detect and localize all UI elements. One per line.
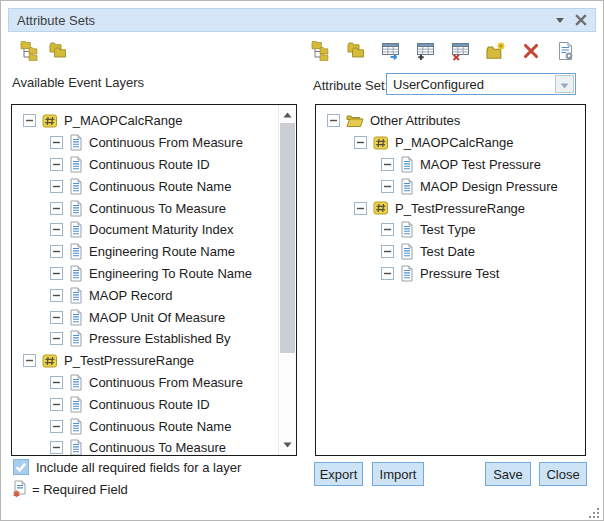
expander-minus-icon[interactable] <box>23 354 36 367</box>
tree-row[interactable]: P_TestPressureRange <box>316 197 585 219</box>
table-export-icon[interactable] <box>381 41 401 61</box>
right-toolbar <box>311 41 576 61</box>
field-icon <box>69 396 83 413</box>
expand-all-icon[interactable] <box>311 41 331 61</box>
expand-all-icon[interactable] <box>20 41 40 61</box>
expander-minus-icon[interactable] <box>50 158 63 171</box>
expander-minus-icon[interactable] <box>50 420 63 433</box>
field-icon <box>69 374 83 391</box>
field-icon <box>69 330 83 347</box>
tree-row[interactable]: Continuous Route ID <box>12 154 296 176</box>
tree-node-label: Continuous Route Name <box>89 179 231 194</box>
collapse-all-icon[interactable] <box>48 41 68 61</box>
expander-minus-icon[interactable] <box>50 223 63 236</box>
tree-row[interactable]: MAOP Unit Of Measure <box>12 306 296 328</box>
checkbox-label: Include all required fields for a layer <box>36 460 241 475</box>
event-layer-icon <box>42 113 58 129</box>
expander-minus-icon[interactable] <box>50 267 63 280</box>
tree-row[interactable]: Document Maturity Index <box>12 219 296 241</box>
tree-node-label: Test Type <box>420 222 475 237</box>
tree-row[interactable]: Pressure Test <box>316 263 585 285</box>
tree-row[interactable]: Test Date <box>316 241 585 263</box>
table-add-icon[interactable] <box>416 41 436 61</box>
expander-minus-icon[interactable] <box>50 398 63 411</box>
attribute-sets-dialog: Attribute Sets Available Event Layers At… <box>0 0 604 521</box>
tree-row[interactable]: P_MAOPCalcRange <box>12 110 296 132</box>
tree-node-label: P_TestPressureRange <box>64 353 194 368</box>
expander-minus-icon[interactable] <box>381 223 394 236</box>
expander-minus-icon[interactable] <box>50 311 63 324</box>
save-button[interactable]: Save <box>485 462 531 486</box>
collapse-all-icon[interactable] <box>346 41 366 61</box>
expander-minus-icon[interactable] <box>381 180 394 193</box>
chevron-down-icon <box>560 75 569 93</box>
close-button[interactable]: Close <box>539 462 587 486</box>
tree-row[interactable]: Continuous From Measure <box>12 132 296 154</box>
expander-minus-icon[interactable] <box>381 267 394 280</box>
attribute-set-dropdown[interactable]: UserConfigured <box>386 73 576 95</box>
tree-row[interactable]: Engineering To Route Name <box>12 263 296 285</box>
expander-minus-icon[interactable] <box>50 245 63 258</box>
table-remove-icon[interactable] <box>451 41 471 61</box>
scroll-up-icon[interactable] <box>279 107 296 123</box>
resize-grip[interactable] <box>588 505 600 517</box>
scrollbar-thumb[interactable] <box>280 123 295 353</box>
attribute-set-tree-panel: Other AttributesP_MAOPCalcRangeMAOP Test… <box>315 104 586 456</box>
tree-row[interactable]: MAOP Record <box>12 284 296 306</box>
tree-node-label: Other Attributes <box>370 113 460 128</box>
event-layer-icon <box>373 135 389 151</box>
tree-row[interactable]: Other Attributes <box>316 110 585 132</box>
tree-row[interactable]: Continuous Route Name <box>12 415 296 437</box>
new-attribute-set-icon[interactable] <box>486 41 506 61</box>
expander-minus-icon[interactable] <box>23 114 36 127</box>
tree-row[interactable]: Engineering Route Name <box>12 241 296 263</box>
expander-minus-icon[interactable] <box>50 289 63 302</box>
dropdown-button[interactable] <box>555 75 574 93</box>
required-field-icon <box>12 480 27 498</box>
tree-row[interactable]: Continuous To Measure <box>12 197 296 219</box>
tree-node-label: Continuous Route ID <box>89 157 210 172</box>
field-icon <box>69 418 83 435</box>
expander-minus-icon[interactable] <box>354 202 367 215</box>
tree-row[interactable]: MAOP Test Pressure <box>316 154 585 176</box>
titlebar[interactable]: Attribute Sets <box>8 8 596 32</box>
tree-node-label: P_MAOPCalcRange <box>64 113 183 128</box>
tree-node-label: Continuous Route ID <box>89 397 210 412</box>
tree-row[interactable]: Continuous Route ID <box>12 393 296 415</box>
expander-minus-icon[interactable] <box>50 441 63 454</box>
export-button[interactable]: Export <box>314 462 363 486</box>
tree-row[interactable]: Continuous From Measure <box>12 372 296 394</box>
field-icon <box>69 309 83 326</box>
delete-icon[interactable] <box>521 41 541 61</box>
expander-minus-icon[interactable] <box>50 202 63 215</box>
tree-row[interactable]: Continuous To Measure <box>12 437 296 456</box>
scroll-down-icon[interactable] <box>279 437 296 453</box>
expander-minus-icon[interactable] <box>381 158 394 171</box>
expander-minus-icon[interactable] <box>50 376 63 389</box>
close-icon[interactable] <box>575 14 587 26</box>
tree-row[interactable]: P_MAOPCalcRange <box>316 132 585 154</box>
properties-icon[interactable] <box>556 41 576 61</box>
tree-node-label: MAOP Design Pressure <box>420 179 558 194</box>
tree-row[interactable]: Test Type <box>316 219 585 241</box>
field-icon <box>400 156 414 173</box>
available-layers-tree-panel: P_MAOPCalcRangeContinuous From MeasureCo… <box>11 104 297 456</box>
caret-down-icon[interactable] <box>555 16 565 24</box>
expander-minus-icon[interactable] <box>50 136 63 149</box>
tree-row[interactable]: P_TestPressureRange <box>12 350 296 372</box>
include-required-checkbox[interactable] <box>13 459 29 475</box>
expander-minus-icon[interactable] <box>354 136 367 149</box>
expander-minus-icon[interactable] <box>50 180 63 193</box>
tree-row[interactable]: MAOP Design Pressure <box>316 175 585 197</box>
import-button[interactable]: Import <box>372 462 424 486</box>
tree-row[interactable]: Pressure Established By <box>12 328 296 350</box>
tree-row[interactable]: Continuous Route Name <box>12 175 296 197</box>
left-tree-scrollbar[interactable] <box>278 105 296 455</box>
field-icon <box>69 439 83 456</box>
expander-minus-icon[interactable] <box>327 114 340 127</box>
expander-minus-icon[interactable] <box>50 332 63 345</box>
field-icon <box>400 265 414 282</box>
expander-minus-icon[interactable] <box>381 245 394 258</box>
field-icon <box>69 243 83 260</box>
tree-node-label: Pressure Test <box>420 266 499 281</box>
